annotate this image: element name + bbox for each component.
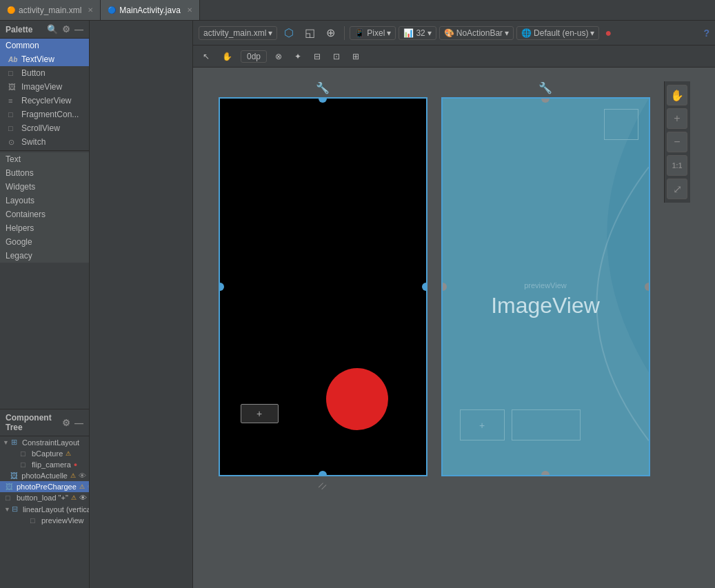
handle-dark-top[interactable] <box>319 97 327 103</box>
palette-category-containers[interactable]: Containers <box>0 207 89 221</box>
zoom-in-btn[interactable]: + <box>667 108 687 129</box>
tree-item-linearlayout[interactable]: ▼ ⊟ linearLayout (vertical) <box>0 503 89 515</box>
toolbar-sep-1 <box>344 26 345 40</box>
theme-dropdown[interactable]: 🎨 NoActionBar ▾ <box>439 26 514 40</box>
fit-label: 1:1 <box>672 162 682 170</box>
tree-item-photoprechargee[interactable]: 🖼 photoPreChargee ⚠ 👁 <box>0 481 89 492</box>
tree-badge-photoactuelle: ⚠ <box>70 472 76 479</box>
left-panel: Palette 🔍 ⚙ — Common Ab TextView □ Butto… <box>0 21 193 588</box>
tree-label-linearlayout: linearLayout (vertical) <box>23 505 89 514</box>
tab-java-close[interactable]: ✕ <box>187 6 192 14</box>
plus-button-label: + <box>256 408 262 419</box>
palette-collapse-icon[interactable]: — <box>74 24 83 34</box>
tree-item-constraintlayout[interactable]: ▼ ⊞ ConstraintLayout <box>0 436 89 448</box>
palette-settings-icon[interactable]: ⚙ <box>62 24 70 34</box>
tree-arrow-linear[interactable]: ▼ <box>4 506 10 513</box>
tab-xml-close[interactable]: ✕ <box>88 6 93 14</box>
palette-category-layouts[interactable]: Layouts <box>0 194 89 207</box>
palette-item-recyclerview[interactable]: ≡ RecyclerView <box>0 94 89 108</box>
tree-eye-btn[interactable]: 👁 <box>79 494 87 502</box>
expand-btn[interactable]: ⤢ <box>667 179 687 199</box>
tab-java[interactable]: 🔵 MainActivity.java ✕ <box>101 0 199 20</box>
palette-category-legacy[interactable]: Legacy <box>0 249 89 263</box>
tab-java-label: MainActivity.java <box>119 6 180 15</box>
palette-item-button[interactable]: □ Button <box>0 66 89 80</box>
pack-btn[interactable]: ⊟ <box>310 50 325 63</box>
palette: Palette 🔍 ⚙ — Common Ab TextView □ Butto… <box>0 21 90 409</box>
tree-badge-photo: ⚠ <box>79 483 85 490</box>
palette-category-common[interactable]: Common <box>0 39 89 52</box>
design-mode-btn[interactable]: ⬡ <box>280 24 298 41</box>
pan-tool-btn[interactable]: ✋ <box>667 85 687 105</box>
palette-category-helpers[interactable]: Helpers <box>0 221 89 235</box>
margin-input[interactable]: 0dp <box>241 50 267 63</box>
guidelines-btn[interactable]: ⊞ <box>348 50 363 63</box>
align-btn[interactable]: ⊡ <box>329 50 344 63</box>
select-mode-btn[interactable]: ↖ <box>199 50 214 63</box>
handle-dark-right[interactable] <box>422 283 427 291</box>
tree-item-flip-camera[interactable]: □ flip_camera ● <box>0 459 89 470</box>
palette-category-buttons-label: Buttons <box>6 168 34 178</box>
blueprint-mode-btn[interactable]: ◱ <box>301 24 319 41</box>
infer-constraints-btn[interactable]: ✦ <box>290 50 305 63</box>
palette-category-google[interactable]: Google <box>0 235 89 249</box>
palette-category-widgets[interactable]: Widgets <box>0 180 89 194</box>
tree-item-bcapture[interactable]: □ bCapture ⚠ <box>0 448 89 459</box>
filename-chevron: ▾ <box>268 28 272 38</box>
device-dropdown[interactable]: 📱 Pixel ▾ <box>350 26 396 40</box>
pan-mode-btn[interactable]: ✋ <box>218 50 236 63</box>
palette-category-common-label: Common <box>6 41 39 50</box>
tree-eye-photoactuelle[interactable]: 👁 <box>79 472 86 480</box>
tree-badge-btn: ⚠ <box>71 494 77 501</box>
palette-item-scrollview[interactable]: □ ScrollView <box>0 121 89 135</box>
tree-item-previewview[interactable]: □ previewView <box>0 515 89 526</box>
locale-dropdown[interactable]: 🌐 Default (en-us) ▾ <box>516 26 599 40</box>
tree-item-photoactuelle[interactable]: 🖼 photoActuelle ⚠ 👁 <box>0 470 89 481</box>
light-phone-frame[interactable]: previewView ImageView + <box>441 97 650 476</box>
api-dropdown[interactable]: 📊 32 ▾ <box>399 26 436 40</box>
palette-item-imageview[interactable]: 🖼 ImageView <box>0 80 89 94</box>
tree-arrow-constraint[interactable]: ▼ <box>3 439 10 446</box>
xml-icon: 🟠 <box>7 6 15 14</box>
locale-icon: 🌐 <box>521 28 532 38</box>
align-icon: ⊡ <box>333 52 340 61</box>
palette-header-icons: 🔍 ⚙ — <box>47 24 83 34</box>
palette-search-icon[interactable]: 🔍 <box>47 24 58 34</box>
imageview-main-label: ImageView <box>491 293 600 318</box>
help-button[interactable]: ? <box>703 28 709 39</box>
pan-toggle-btn[interactable]: ⊕ <box>322 24 339 41</box>
handle-dark-bottom[interactable] <box>319 471 327 476</box>
zoom-out-btn[interactable]: − <box>667 132 687 152</box>
component-tree-header-icons: ⚙ — <box>62 418 83 428</box>
palette-category-layouts-label: Layouts <box>6 196 34 205</box>
handle-dark-left[interactable] <box>219 283 224 291</box>
device-chevron: ▾ <box>387 28 391 38</box>
device-icon: 📱 <box>354 28 365 38</box>
imageview-palette-icon: 🖼 <box>8 83 18 91</box>
error-indicator[interactable]: ● <box>605 27 612 39</box>
palette-item-fragmentcon[interactable]: □ FragmentCon... <box>0 108 89 121</box>
tree-eye-photo[interactable]: 👁 <box>88 483 89 491</box>
plus-button[interactable]: + <box>241 404 279 423</box>
light-rect-bottom-left: + <box>460 409 505 440</box>
java-icon: 🔵 <box>108 6 116 14</box>
palette-item-switch[interactable]: ⊙ Switch <box>0 135 89 149</box>
palette-item-textview[interactable]: Ab TextView <box>0 52 89 66</box>
light-rect-top <box>604 109 638 140</box>
dark-phone-wrench-icon: 🔧 <box>316 81 330 94</box>
dark-phone-frame[interactable]: + <box>219 97 427 476</box>
api-chevron: ▾ <box>427 28 432 38</box>
clear-constraints-btn[interactable]: ⊗ <box>271 50 286 63</box>
tree-item-button-load[interactable]: □ button_load "+" ⚠ 👁 <box>0 492 89 503</box>
palette-category-buttons[interactable]: Buttons <box>0 166 89 180</box>
fit-btn[interactable]: 1:1 <box>667 155 687 176</box>
filename-label: activity_main.xml <box>203 28 266 38</box>
palette-category-text[interactable]: Text <box>0 152 89 166</box>
component-tree-settings-icon[interactable]: ⚙ <box>62 418 70 428</box>
light-phone-container: 🔧 <box>441 81 650 476</box>
filename-dropdown[interactable]: activity_main.xml ▾ <box>199 26 277 40</box>
tab-xml[interactable]: 🟠 activity_main.xml ✕ <box>0 0 101 20</box>
fragmentcon-icon: □ <box>8 110 18 119</box>
component-tree-collapse-icon[interactable]: — <box>74 418 83 428</box>
switch-icon: ⊙ <box>8 138 18 147</box>
